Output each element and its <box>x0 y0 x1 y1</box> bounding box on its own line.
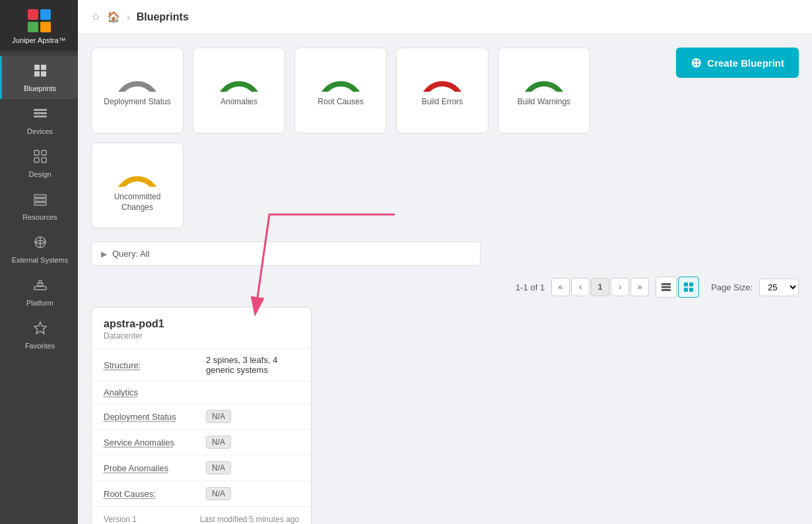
svg-point-7 <box>44 109 46 111</box>
field-value-deployment-status: N/A <box>194 404 311 430</box>
app-name: Juniper Apstra™ <box>12 36 65 44</box>
field-label-service-anomalies: Service Anomalies <box>92 430 194 455</box>
root-causes-badge: N/A <box>206 487 231 500</box>
plus-icon: ⊕ <box>691 55 702 71</box>
blueprints-icon <box>32 63 48 82</box>
svg-point-8 <box>44 112 46 114</box>
svg-rect-3 <box>41 71 46 77</box>
page-size-label: Page Size: <box>711 282 753 292</box>
card-label-deployment-status: Deployment Status <box>104 97 170 108</box>
summary-card-anomalies[interactable]: Anomalies <box>193 48 285 133</box>
sidebar-item-devices[interactable]: Devices <box>0 99 78 142</box>
svg-rect-21 <box>39 280 42 283</box>
breadcrumb-separator: › <box>127 12 130 22</box>
home-icon[interactable]: 🏠 <box>107 11 120 23</box>
summary-card-root-causes[interactable]: Root Causes <box>294 48 387 133</box>
deployment-status-badge: N/A <box>206 410 231 423</box>
sidebar-item-resources[interactable]: Resources <box>0 185 78 228</box>
sidebar-item-blueprints[interactable]: Blueprints <box>0 56 78 99</box>
svg-rect-2 <box>34 71 40 77</box>
svg-rect-23 <box>661 283 671 285</box>
svg-rect-28 <box>684 288 688 292</box>
sidebar-nav: Blueprints Devices <box>0 51 78 356</box>
sidebar-item-platform[interactable]: Platform <box>0 271 78 313</box>
table-row: Structure: 2 spines, 3 leafs, 4 generic … <box>92 349 311 381</box>
logo-cell-blue <box>40 9 51 20</box>
svg-rect-27 <box>689 282 693 286</box>
table-row: Analytics <box>92 381 311 404</box>
blueprint-version: Version 1 <box>104 515 137 524</box>
field-value-structure: 2 spines, 3 leafs, 4 generic systems <box>194 349 311 381</box>
svg-rect-12 <box>34 158 39 162</box>
svg-rect-25 <box>661 289 671 291</box>
external-systems-icon <box>32 234 48 254</box>
blueprint-card[interactable]: apstra-pod1 Datacenter Structure: 2 spin… <box>91 307 312 524</box>
gauge-build-warnings <box>518 59 570 92</box>
summary-card-build-warnings[interactable]: Build Warnings <box>498 48 590 133</box>
field-label-deployment-status: Deployment Status <box>92 404 194 430</box>
svg-rect-19 <box>34 286 46 290</box>
field-label-root-causes: Root Causes: <box>92 481 194 507</box>
summary-section: Deployment Status Anomalies <box>91 48 799 228</box>
sidebar-item-devices-label: Devices <box>27 127 53 135</box>
card-label-uncommitted-changes: Uncommitted Changes <box>98 192 176 213</box>
card-label-build-warnings: Build Warnings <box>518 97 570 108</box>
create-blueprint-label: Create Blueprint <box>707 57 784 69</box>
sidebar-item-external-systems-label: External Systems <box>12 256 69 264</box>
pagination-info: 1-1 of 1 <box>516 282 545 292</box>
platform-icon <box>32 277 48 297</box>
favorites-icon <box>32 320 48 340</box>
pagination-last-button[interactable]: » <box>630 278 649 296</box>
page-size-select[interactable]: 25 50 100 <box>759 278 799 296</box>
blueprint-card-wrapper: apstra-pod1 Datacenter Structure: 2 spin… <box>91 307 312 524</box>
resources-icon <box>32 191 48 211</box>
favorite-star-icon[interactable]: ☆ <box>91 11 100 23</box>
card-label-build-errors: Build Errors <box>422 97 463 108</box>
table-row: Root Causes: N/A <box>92 481 311 507</box>
blueprint-details-table: Structure: 2 spines, 3 leafs, 4 generic … <box>92 349 311 507</box>
summary-card-uncommitted-changes[interactable]: Uncommitted Changes <box>91 143 184 228</box>
sidebar-item-external-systems[interactable]: External Systems <box>0 228 78 271</box>
gauge-uncommitted-changes <box>111 154 164 187</box>
grid-view-button[interactable] <box>678 277 699 298</box>
blueprint-footer: Version 1 Last modified 5 minutes ago <box>92 507 311 524</box>
query-bar-text: Query: All <box>112 249 149 259</box>
svg-rect-24 <box>661 286 671 288</box>
pagination-prev-button[interactable]: ‹ <box>571 278 590 296</box>
service-anomalies-badge: N/A <box>206 436 231 449</box>
pagination-next-button[interactable]: › <box>611 278 629 296</box>
svg-rect-13 <box>42 158 46 162</box>
blueprint-type: Datacenter <box>104 331 299 341</box>
sidebar: Juniper Apstra™ Blueprints <box>0 0 78 524</box>
summary-card-deployment-status[interactable]: Deployment Status <box>91 48 184 133</box>
svg-rect-1 <box>41 65 46 70</box>
summary-card-build-errors[interactable]: Build Errors <box>396 48 489 133</box>
content-area: Deployment Status Anomalies <box>78 34 812 524</box>
sidebar-item-favorites[interactable]: Favorites <box>0 313 78 356</box>
view-toggle <box>656 277 699 298</box>
table-row: Service Anomalies N/A <box>92 430 311 455</box>
blueprint-name: apstra-pod1 <box>104 318 299 330</box>
create-blueprint-button[interactable]: ⊕ Create Blueprint <box>676 48 799 78</box>
gauge-deployment-status <box>111 59 164 92</box>
svg-rect-11 <box>42 150 46 155</box>
svg-point-9 <box>44 115 46 117</box>
pagination-first-button[interactable]: « <box>551 278 570 296</box>
list-view-button[interactable] <box>656 277 677 298</box>
pagination-page-1-button[interactable]: 1 <box>591 278 609 296</box>
svg-rect-15 <box>34 199 46 201</box>
svg-rect-10 <box>34 150 39 155</box>
summary-cards: Deployment Status Anomalies <box>91 48 667 228</box>
sidebar-item-resources-label: Resources <box>22 213 57 221</box>
field-value-probe-anomalies: N/A <box>194 455 311 481</box>
logo-cell-green <box>28 22 38 32</box>
field-label-probe-anomalies: Probe Anomalies <box>92 455 194 481</box>
query-bar[interactable]: ▶ Query: All <box>91 242 481 266</box>
app-logo: Juniper Apstra™ <box>0 0 78 51</box>
field-value-analytics <box>194 381 311 404</box>
svg-rect-14 <box>34 195 46 197</box>
svg-rect-26 <box>684 282 688 286</box>
sidebar-item-design[interactable]: Design <box>0 142 78 185</box>
logo-cell-red <box>28 9 38 20</box>
blueprint-modified: Last modified 5 minutes ago <box>200 515 299 524</box>
